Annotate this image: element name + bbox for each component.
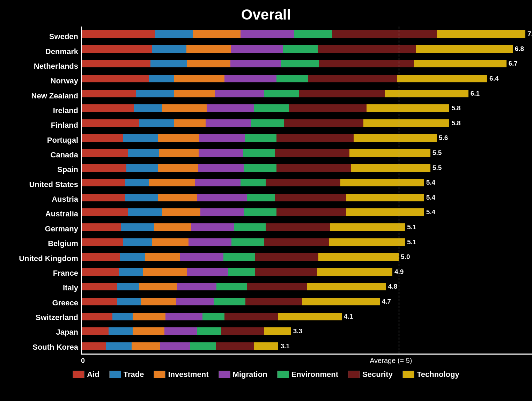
seg-2 <box>162 208 200 216</box>
seg-0 <box>82 327 109 335</box>
seg-6 <box>349 149 430 157</box>
seg-4 <box>231 238 264 246</box>
seg-4 <box>223 253 255 261</box>
seg-6 <box>414 60 507 67</box>
bar-segments-3 <box>82 75 487 82</box>
seg-0 <box>82 268 119 276</box>
seg-5 <box>276 208 346 216</box>
bar-segments-6 <box>82 119 449 127</box>
legend-swatch-security <box>348 371 360 378</box>
legend-label-trade: Trade <box>124 370 144 379</box>
seg-6 <box>346 194 424 201</box>
seg-2 <box>174 119 206 127</box>
seg-4 <box>254 104 289 112</box>
legend-label-migration: Migration <box>233 370 267 379</box>
seg-5 <box>276 134 354 142</box>
seg-4 <box>276 75 308 82</box>
seg-2 <box>158 194 197 201</box>
bar-row-20: 3.3 <box>82 324 532 339</box>
y-label-portugal: Portugal <box>47 133 78 148</box>
seg-1 <box>125 194 158 201</box>
seg-2 <box>133 313 165 320</box>
seg-0 <box>82 342 106 350</box>
seg-6 <box>351 164 430 172</box>
seg-6 <box>264 327 291 335</box>
bar-value-5: 5.8 <box>451 104 460 112</box>
x-avg-label: Average (= 5) <box>370 357 412 365</box>
bar-segments-7 <box>82 134 437 142</box>
bar-segments-18 <box>82 298 380 305</box>
seg-4 <box>294 30 332 38</box>
seg-6 <box>346 208 424 216</box>
bar-row-1: 6.8 <box>82 42 532 57</box>
bar-value-4: 6.1 <box>471 90 480 97</box>
bar-row-17: 4.8 <box>82 279 532 294</box>
seg-3 <box>180 253 223 261</box>
bar-segments-0 <box>82 30 525 38</box>
legend-label-aid: Aid <box>87 370 99 379</box>
seg-6 <box>318 253 399 261</box>
seg-5 <box>276 164 351 172</box>
seg-4 <box>281 60 319 67</box>
bar-row-16: 4.9 <box>82 265 532 280</box>
seg-0 <box>82 134 123 142</box>
seg-5 <box>247 283 307 290</box>
seg-6 <box>307 283 386 290</box>
seg-2 <box>149 179 195 186</box>
seg-0 <box>82 30 155 38</box>
bar-row-5: 5.8 <box>82 101 532 116</box>
y-label-denmark: Denmark <box>45 44 78 59</box>
bar-segments-11 <box>82 194 424 201</box>
bar-value-13: 5.1 <box>407 223 416 231</box>
legend-label-investment: Investment <box>168 370 208 379</box>
seg-5 <box>221 327 264 335</box>
bar-row-19: 4.1 <box>82 309 532 324</box>
seg-4 <box>228 268 255 276</box>
seg-6 <box>397 75 487 82</box>
bar-row-7: 5.6 <box>82 131 532 146</box>
bar-value-2: 6.7 <box>509 60 518 67</box>
bar-value-0: 7.0 <box>527 30 532 38</box>
y-label-germany: Germany <box>45 222 78 236</box>
seg-6 <box>278 313 341 320</box>
seg-4 <box>216 283 247 290</box>
bar-value-7: 5.6 <box>439 134 448 142</box>
y-label-united-states: United States <box>29 177 78 192</box>
bar-value-12: 5.4 <box>426 208 435 216</box>
seg-4 <box>202 313 225 320</box>
seg-1 <box>128 208 163 216</box>
seg-3 <box>224 75 276 82</box>
seg-6 <box>437 30 525 38</box>
seg-0 <box>82 238 123 246</box>
seg-1 <box>155 30 193 38</box>
seg-2 <box>133 327 164 335</box>
seg-2 <box>186 45 231 53</box>
chart-title: Overall <box>241 6 291 23</box>
seg-3 <box>165 313 202 320</box>
bar-value-1: 6.8 <box>515 45 524 53</box>
seg-2 <box>143 268 187 276</box>
seg-4 <box>247 194 275 201</box>
bar-value-14: 5.1 <box>407 238 416 246</box>
seg-3 <box>231 45 283 53</box>
bar-row-12: 5.4 <box>82 205 532 220</box>
seg-0 <box>82 283 117 290</box>
seg-0 <box>82 60 150 67</box>
seg-3 <box>177 283 216 290</box>
seg-2 <box>159 149 198 157</box>
bar-row-21: 3.1 <box>82 339 532 354</box>
seg-2 <box>154 223 191 231</box>
bar-row-13: 5.1 <box>82 220 532 235</box>
legend-item-technology: Technology <box>402 370 459 379</box>
y-label-new-zealand: New Zealand <box>31 88 78 103</box>
seg-1 <box>120 253 146 261</box>
y-label-sweden: Sweden <box>49 29 78 44</box>
bar-row-6: 5.8 <box>82 116 532 131</box>
seg-1 <box>123 134 158 142</box>
bar-segments-9 <box>82 164 430 172</box>
bar-segments-8 <box>82 149 430 157</box>
seg-1 <box>150 60 187 67</box>
seg-5 <box>299 90 385 97</box>
y-label-south-korea: South Korea <box>32 340 78 355</box>
seg-4 <box>244 208 276 216</box>
